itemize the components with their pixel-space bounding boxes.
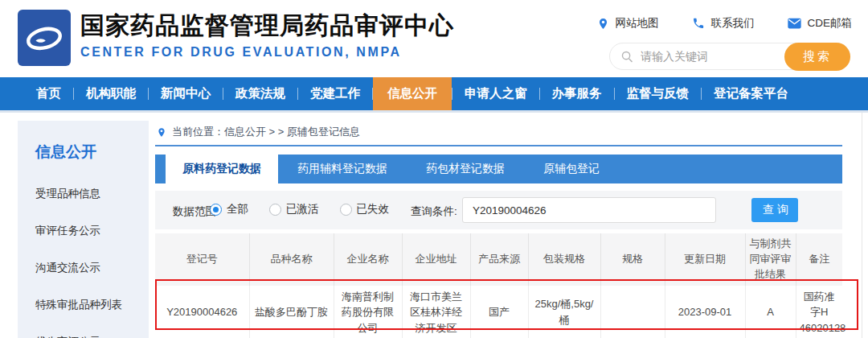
col-packaging-spec: 包装规格 <box>528 233 600 286</box>
page: 国家药品监督管理局药品审评中心 CENTER FOR DRUG EVALUATI… <box>0 0 868 338</box>
col-company-name: 企业名称 <box>334 233 402 286</box>
col-joint-review-result: 与制剂共同审评审批结果 <box>745 233 796 286</box>
sidebar: 信息公开 受理品种信息 审评任务公示 沟通交流公示 特殊审批品种列表 优先审评公… <box>18 121 149 338</box>
sidebar-item-special-approval[interactable]: 特殊审批品种列表 <box>18 286 149 324</box>
scope-radio-group: 全部 已激活 已失效 <box>210 202 389 216</box>
sidebar-list: 受理品种信息 审评任务公示 沟通交流公示 特殊审批品种列表 优先审评公示 <box>18 175 149 338</box>
header-quick-links: 网站地图 联系我们 CDE邮箱 <box>597 16 852 31</box>
sitemap-link[interactable]: 网站地图 <box>597 16 658 31</box>
site-title-block: 国家药品监督管理局药品审评中心 CENTER FOR DRUG EVALUATI… <box>80 12 454 60</box>
sidebar-item-priority-review[interactable]: 优先审评公示 <box>18 324 149 338</box>
breadcrumb: 当前位置：信息公开 > > 原辅包登记信息 <box>157 125 360 139</box>
phone-icon <box>692 17 705 30</box>
nav-item-applicant-window[interactable]: 申请人之窗 <box>452 77 539 110</box>
breadcrumb-underline <box>155 145 842 146</box>
sidebar-item-communication[interactable]: 沟通交流公示 <box>18 249 149 286</box>
sidebar-title: 信息公开 <box>18 121 149 163</box>
col-spec: 规格 <box>600 233 665 286</box>
radio-all[interactable]: 全部 <box>210 202 248 216</box>
cell-company-name: 海南普利制药股份有限公司 <box>334 286 402 338</box>
breadcrumb-text: 当前位置：信息公开 > > 原辅包登记信息 <box>172 125 360 139</box>
cell-packaging-spec: 25kg/桶,5kg/ 桶 <box>528 286 600 338</box>
col-remarks: 备注 <box>796 233 842 286</box>
radio-activated-label: 已激活 <box>286 202 319 216</box>
cell-variety-name: 盐酸多巴酚丁胺 <box>249 286 334 338</box>
query-button[interactable]: 查询 <box>751 198 798 222</box>
nav-item-party[interactable]: 党建工作 <box>298 77 372 110</box>
cell-joint-review-result: A <box>745 286 796 338</box>
sitemap-label: 网站地图 <box>615 16 658 31</box>
site-search-bar: 搜索 <box>609 43 850 70</box>
tab-packaging-registration[interactable]: 药包材登记数据 <box>407 155 524 183</box>
table-header-row: 登记号 品种名称 企业名称 企业地址 产品来源 包装规格 规格 更新日期 与制剂… <box>155 233 842 286</box>
radio-all-label: 全部 <box>227 202 248 216</box>
col-product-origin: 产品来源 <box>470 233 528 286</box>
radio-invalid[interactable]: 已失效 <box>340 202 390 216</box>
mail-icon <box>788 18 801 29</box>
site-search-button[interactable]: 搜索 <box>784 43 850 71</box>
breadcrumb-pin-icon <box>157 126 166 138</box>
cell-registration-no: Y20190004626 <box>155 286 249 338</box>
table-row: Y20190004626 盐酸多巴酚丁胺 海南普利制药股份有限公司 海口市美兰区… <box>155 286 842 338</box>
radio-invalid-label: 已失效 <box>357 202 390 216</box>
radio-all-dot <box>210 204 222 216</box>
contact-label: 联系我们 <box>710 16 754 31</box>
radio-activated-dot <box>269 204 281 216</box>
cde-logo <box>18 10 71 66</box>
contact-link[interactable]: 联系我们 <box>692 16 754 31</box>
tab-excipient-registration[interactable]: 药用辅料登记数据 <box>278 155 407 183</box>
site-title: 国家药品监督管理局药品审评中心 <box>80 12 454 39</box>
sidebar-item-accepted-varieties[interactable]: 受理品种信息 <box>18 175 149 212</box>
cell-update-date: 2023-09-01 <box>665 286 745 338</box>
main-nav: 首页 机构职能 新闻中心 政策法规 党建工作 信息公开 申请人之窗 办事服务 监… <box>0 77 868 110</box>
nav-item-home[interactable]: 首页 <box>24 77 73 110</box>
registration-table: 登记号 品种名称 企业名称 企业地址 产品来源 包装规格 规格 更新日期 与制剂… <box>155 233 842 338</box>
tab-api-excipient-packaging[interactable]: 原辅包登记 <box>524 155 619 183</box>
nav-item-registration-platform[interactable]: 登记备案平台 <box>702 77 800 110</box>
col-update-date: 更新日期 <box>665 233 745 286</box>
tab-api-registration[interactable]: 原料药登记数据 <box>166 155 278 183</box>
site-header: 国家药品监督管理局药品审评中心 CENTER FOR DRUG EVALUATI… <box>0 0 868 77</box>
nav-item-news[interactable]: 新闻中心 <box>149 77 223 110</box>
radio-activated[interactable]: 已激活 <box>269 202 319 216</box>
cell-product-origin: 国产 <box>470 286 528 338</box>
mailbox-link[interactable]: CDE邮箱 <box>788 16 852 31</box>
location-pin-icon <box>597 17 609 31</box>
search-icon <box>620 50 634 64</box>
nav-item-supervision[interactable]: 监督与反馈 <box>615 77 702 110</box>
col-variety-name: 品种名称 <box>249 233 334 286</box>
cell-spec <box>600 286 665 338</box>
radio-invalid-dot <box>340 204 352 216</box>
query-condition-label: 查询条件: <box>411 204 457 219</box>
col-company-address: 企业地址 <box>402 233 470 286</box>
nav-bottom-strip <box>0 110 868 113</box>
content-area: 当前位置：信息公开 > > 原辅包登记信息 原料药登记数据 药用辅料登记数据 药… <box>155 121 842 338</box>
nav-item-info-disclosure[interactable]: 信息公开 <box>373 77 452 110</box>
cell-company-address: 海口市美兰区桂林洋经济开发区 <box>402 286 470 338</box>
mailbox-label: CDE邮箱 <box>807 16 852 31</box>
nav-item-functions[interactable]: 机构职能 <box>74 77 148 110</box>
cell-remarks: 国药准字H 46020128 <box>796 286 842 338</box>
cde-logo-swoosh <box>21 14 68 61</box>
sidebar-item-review-tasks[interactable]: 审评任务公示 <box>18 212 149 249</box>
data-tabs: 原料药登记数据 药用辅料登记数据 药包材登记数据 原辅包登记 <box>155 155 842 183</box>
nav-item-policies[interactable]: 政策法规 <box>223 77 297 110</box>
nav-item-services[interactable]: 办事服务 <box>540 77 614 110</box>
query-condition-input[interactable] <box>462 197 716 223</box>
page-right-divider <box>862 113 862 338</box>
filter-bar: 数据范围: 全部 已激活 已失效 查询条件: 查询 <box>155 191 842 229</box>
col-registration-no: 登记号 <box>155 233 249 286</box>
site-subtitle: CENTER FOR DRUG EVALUATION, NMPA <box>80 45 454 60</box>
